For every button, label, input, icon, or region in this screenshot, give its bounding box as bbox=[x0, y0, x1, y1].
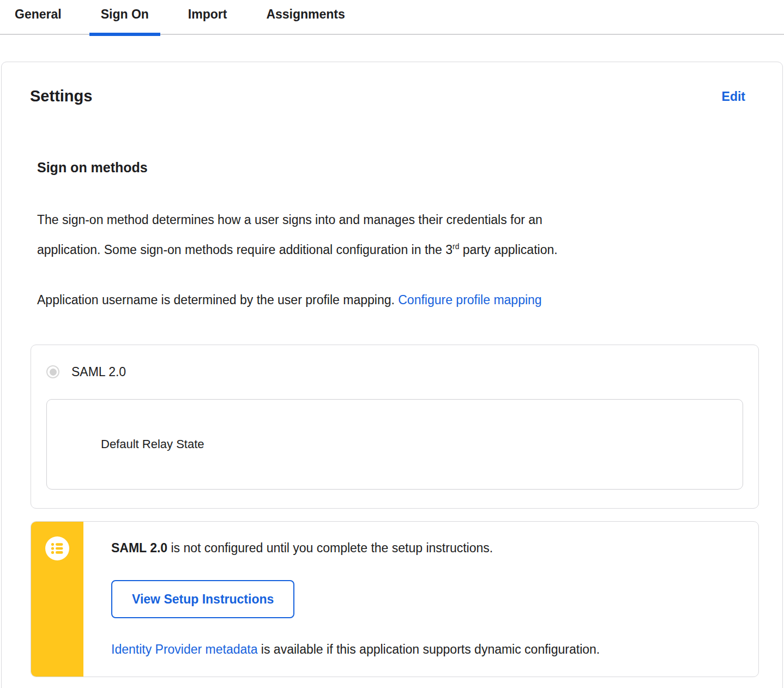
metadata-line: Identity Provider metadata is available … bbox=[111, 642, 737, 657]
saml-radio-label: SAML 2.0 bbox=[71, 365, 126, 379]
username-mapping-static: Application username is determined by th… bbox=[37, 293, 398, 307]
callout-message-rest: is not configured until you complete the… bbox=[167, 541, 493, 555]
saml-method-box: SAML 2.0 Default Relay State bbox=[31, 345, 759, 509]
saml-radio-button[interactable] bbox=[46, 365, 59, 378]
saml-warning-callout: SAML 2.0 is not configured until you com… bbox=[31, 521, 759, 677]
view-setup-instructions-button[interactable]: View Setup Instructions bbox=[111, 580, 294, 618]
saml-radio-row[interactable]: SAML 2.0 bbox=[46, 365, 743, 379]
sign-on-methods-section: Sign on methods The sign-on method deter… bbox=[2, 160, 782, 677]
sign-on-description: The sign-on method determines how a user… bbox=[37, 207, 759, 263]
callout-message: SAML 2.0 is not configured until you com… bbox=[111, 540, 737, 556]
tab-bar: General Sign On Import Assignments bbox=[0, 0, 784, 35]
identity-provider-metadata-link[interactable]: Identity Provider metadata bbox=[111, 642, 257, 656]
section-heading: Sign on methods bbox=[37, 160, 759, 176]
tab-general[interactable]: General bbox=[3, 2, 73, 34]
callout-yellow-strip bbox=[31, 522, 83, 677]
saml-radio-dot bbox=[50, 369, 57, 376]
default-relay-state-field: Default Relay State bbox=[46, 399, 743, 490]
setup-instructions-list-icon bbox=[45, 536, 69, 560]
description-line2: application. Some sign-on methods requir… bbox=[37, 243, 453, 257]
default-relay-state-label: Default Relay State bbox=[101, 437, 204, 451]
description-superscript: rd bbox=[453, 243, 459, 251]
tab-assignments[interactable]: Assignments bbox=[255, 2, 356, 34]
callout-body: SAML 2.0 is not configured until you com… bbox=[83, 522, 758, 677]
edit-link[interactable]: Edit bbox=[722, 89, 745, 104]
tab-sign-on[interactable]: Sign On bbox=[89, 2, 160, 34]
tab-import[interactable]: Import bbox=[177, 2, 239, 34]
description-line1: The sign-on method determines how a user… bbox=[37, 213, 542, 227]
configure-profile-mapping-link[interactable]: Configure profile mapping bbox=[398, 293, 541, 307]
username-mapping-text: Application username is determined by th… bbox=[37, 287, 759, 313]
settings-card-header: Settings Edit bbox=[2, 62, 782, 105]
callout-message-strong: SAML 2.0 bbox=[111, 541, 167, 555]
metadata-line-rest: is available if this application support… bbox=[257, 642, 600, 656]
page-title: Settings bbox=[30, 87, 92, 105]
settings-card: Settings Edit Sign on methods The sign-o… bbox=[1, 62, 783, 688]
description-line2-end: party application. bbox=[459, 243, 557, 257]
